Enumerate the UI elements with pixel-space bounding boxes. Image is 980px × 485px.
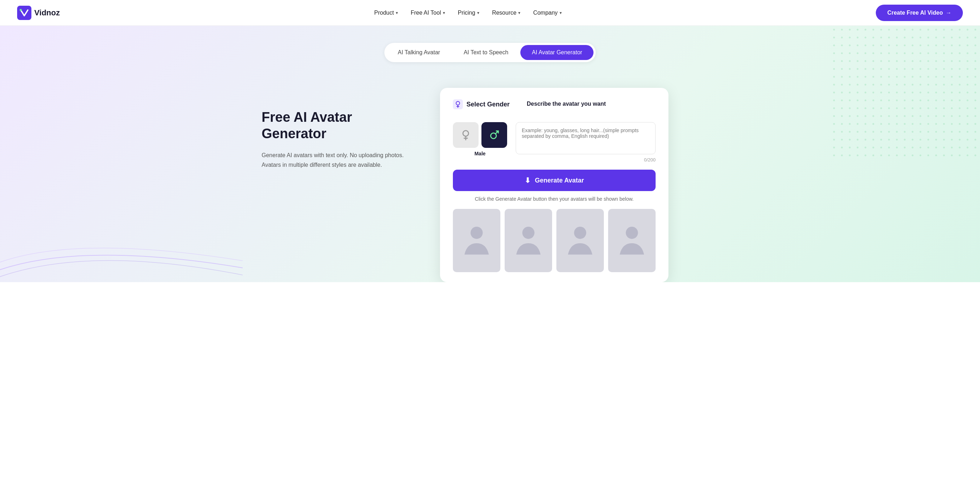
tabs-container: AI Talking Avatar AI Text to Speech AI A… [384,43,596,62]
avatar-placeholder-1 [453,209,500,272]
hero-section: AI Talking Avatar AI Text to Speech AI A… [0,26,980,282]
nav-item-free-ai-tool[interactable]: Free AI Tool ▾ [411,10,445,16]
describe-section: 0/200 [516,122,655,163]
svg-rect-0 [17,6,32,20]
avatar-placeholder-4 [608,209,655,272]
logo-icon [17,6,32,20]
create-video-button[interactable]: Create Free AI Video → [876,5,963,21]
svg-point-6 [463,131,469,136]
avatar-placeholder-2 [504,209,552,272]
hero-left: Free AI Avatar Generator Generate AI ava… [262,88,412,170]
tabs-row: AI Talking Avatar AI Text to Speech AI A… [262,43,718,62]
gender-icon [453,99,463,109]
generate-avatar-button[interactable]: ⬇ Generate Avatar [453,170,655,191]
decorative-dots [830,26,980,161]
avatar-silhouette-icon [619,223,645,258]
chevron-down-icon: ▾ [477,10,479,15]
gender-female-button[interactable] [453,122,479,148]
nav-links: Product ▾ Free AI Tool ▾ Pricing ▾ Resou… [374,10,562,16]
avatar-silhouette-icon [464,223,490,258]
describe-textarea[interactable] [516,122,655,154]
svg-point-9 [522,227,534,239]
navbar: Vidnoz Product ▾ Free AI Tool ▾ Pricing … [0,0,980,26]
selected-gender-label: Male [474,151,485,156]
avatar-placeholder-3 [556,209,604,272]
svg-point-10 [574,227,586,239]
download-icon: ⬇ [525,176,531,185]
avatar-grid [453,209,655,272]
gender-options [453,122,507,148]
card-columns: Male 0/200 [453,122,655,163]
generate-hint: Click the Generate Avatar button then yo… [453,196,655,202]
hero-title: Free AI Avatar Generator [262,109,412,142]
chevron-down-icon: ▾ [560,10,562,15]
hero-description: Generate AI avatars with text only. No u… [262,150,412,170]
tab-ai-talking-avatar[interactable]: AI Talking Avatar [387,45,452,60]
hero-content: Free AI Avatar Generator Generate AI ava… [262,88,718,282]
nav-item-pricing[interactable]: Pricing ▾ [458,10,479,16]
svg-rect-3 [830,26,980,161]
brand-logo[interactable]: Vidnoz [17,6,60,20]
svg-point-8 [470,227,482,239]
gender-male-button[interactable] [481,122,507,148]
char-count: 0/200 [516,157,655,163]
describe-section-title: Describe the avatar you want [527,99,606,107]
avatar-silhouette-icon [515,223,541,258]
gender-section-title: Select Gender [453,99,510,109]
nav-item-product[interactable]: Product ▾ [374,10,398,16]
tab-ai-avatar-generator[interactable]: AI Avatar Generator [520,45,593,60]
nav-item-resource[interactable]: Resource ▾ [492,10,520,16]
brand-name: Vidnoz [34,8,60,18]
chevron-down-icon: ▾ [518,10,520,15]
nav-item-company[interactable]: Company ▾ [533,10,562,16]
svg-point-1 [20,9,22,11]
chevron-down-icon: ▾ [396,10,398,15]
decorative-curves [0,211,243,282]
female-symbol-icon [459,129,472,142]
avatar-generator-card: Select Gender Describe the avatar you wa… [440,88,668,282]
svg-point-11 [625,227,638,239]
male-symbol-icon [488,129,501,142]
tab-ai-text-to-speech[interactable]: AI Text to Speech [452,45,520,60]
gender-selection: Male [453,122,507,156]
avatar-silhouette-icon [567,223,593,258]
chevron-down-icon: ▾ [443,10,445,15]
